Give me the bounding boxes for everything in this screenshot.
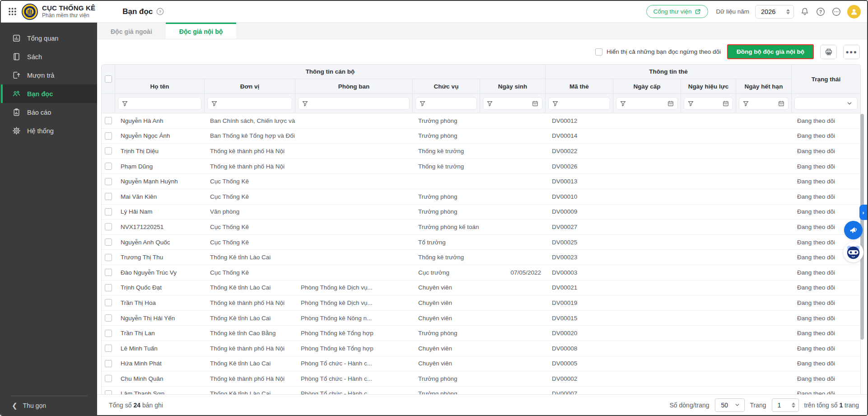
sidebar-item-tong-quan[interactable]: Tổng quan: [1, 29, 97, 47]
cell-valid: [681, 341, 736, 356]
tab-doc-gia-ngoai[interactable]: Độc giả ngoài: [97, 23, 166, 39]
filter-input-issue-date[interactable]: [616, 97, 678, 110]
filter-input-valid-date[interactable]: [684, 97, 733, 110]
row-checkbox[interactable]: [105, 223, 112, 230]
status-select[interactable]: [794, 97, 858, 110]
page-spinner[interactable]: [792, 402, 795, 408]
cell-valid: [681, 129, 736, 144]
row-checkbox[interactable]: [105, 238, 112, 246]
cell-issue: [613, 371, 681, 386]
sync-internal-readers-button[interactable]: Đồng bộ độc giả nội bộ: [727, 44, 814, 59]
row-checkbox[interactable]: [105, 269, 112, 276]
table-more-button[interactable]: ●●●: [843, 45, 860, 59]
cell-expire: [736, 205, 792, 220]
show-stopped-readers-checkbox[interactable]: Hiển thị cả những bạn đọc ngừng theo dõi: [595, 48, 721, 56]
checkbox[interactable]: [595, 48, 602, 56]
table-row: Mai Văn KiênCục Thống KêTrưởng phòngDV00…: [102, 189, 860, 205]
cell-name: Trần Thị Lan: [115, 326, 205, 341]
cell-unit: Thống kê thành phố Hà Nội: [205, 341, 295, 356]
notifications-bell-icon[interactable]: [800, 7, 810, 17]
filter-input-unit[interactable]: [207, 97, 292, 110]
cell-card: DV00005: [546, 356, 613, 371]
filter-funnel-icon: [420, 101, 425, 107]
row-checkbox[interactable]: [105, 360, 112, 367]
column-header-dob: Ngày sinh: [480, 79, 546, 94]
filter-input-name[interactable]: [118, 97, 201, 110]
app-grid-icon[interactable]: [6, 6, 18, 18]
row-checkbox[interactable]: [105, 132, 112, 140]
cell-position: Trưởng phòng: [413, 387, 480, 394]
year-spinner[interactable]: [786, 9, 790, 14]
group-header-staff-info: Thông tin cán bộ: [115, 65, 546, 79]
row-checkbox[interactable]: [105, 147, 112, 154]
row-checkbox[interactable]: [105, 284, 112, 291]
page-number-input[interactable]: 1: [772, 398, 799, 412]
filter-input-expire-date[interactable]: [739, 97, 789, 110]
panda-bot-icon: [845, 243, 862, 261]
help-icon[interactable]: ?: [816, 7, 826, 17]
filter-input-position[interactable]: [415, 97, 477, 110]
cell-valid: [681, 387, 736, 394]
cell-card: DV00013: [546, 174, 613, 189]
cell-unit: Thống Kê tỉnh Lào Cai: [205, 387, 295, 394]
page-label: Trang: [750, 402, 766, 409]
row-checkbox[interactable]: [105, 299, 112, 306]
filter-card-code: [546, 94, 613, 113]
page-help-icon[interactable]: ?: [156, 8, 164, 15]
filter-input-department[interactable]: [298, 97, 410, 110]
cell-unit: Thống Kê tỉnh Lào Cai: [205, 311, 295, 326]
sidebar-item-he-thong[interactable]: Hệ thống: [1, 122, 97, 140]
row-checkbox[interactable]: [105, 163, 112, 170]
row-checkbox[interactable]: [105, 254, 112, 261]
row-checkbox[interactable]: [105, 193, 112, 200]
filter-input-card-code[interactable]: [548, 97, 610, 110]
cell-position: Cục trưởng: [413, 265, 480, 280]
row-checkbox[interactable]: [105, 330, 112, 337]
row-checkbox[interactable]: [105, 178, 112, 185]
announcement-button[interactable]: [844, 221, 863, 239]
settings-gear-icon: [12, 126, 21, 135]
print-button[interactable]: [820, 45, 837, 59]
cell-card: DV00002: [546, 371, 613, 386]
filter-input-dob[interactable]: [483, 97, 542, 110]
sidebar-item-ban-doc[interactable]: Bạn đọc: [1, 84, 97, 103]
row-checkbox[interactable]: [105, 314, 112, 322]
row-checkbox[interactable]: [105, 208, 112, 215]
cell-dob: [480, 387, 546, 394]
page-title: Bạn đọc: [122, 7, 153, 16]
calendar-icon: [667, 100, 674, 107]
cell-valid: [681, 174, 736, 189]
panel-expand-tab[interactable]: ›: [859, 205, 867, 220]
sidebar-item-bao-cao[interactable]: Báo cáo: [1, 103, 97, 122]
cell-card: DV00007: [546, 387, 613, 394]
cell-department: [295, 144, 413, 159]
row-checkbox[interactable]: [105, 375, 112, 382]
select-all-checkbox[interactable]: [105, 75, 112, 83]
sidebar-item-muon-tra[interactable]: Mượn trả: [1, 66, 97, 84]
cell-issue: [613, 144, 681, 159]
chatbot-panda-button[interactable]: [843, 242, 863, 262]
data-year-input[interactable]: 2026: [755, 5, 794, 19]
cell-position: Chuyên viên: [413, 295, 480, 310]
filter-expire-date: [736, 94, 792, 113]
cell-position: Trưởng phòng: [413, 205, 480, 220]
tab-doc-gia-noi-bo[interactable]: Độc giả nội bộ: [166, 23, 236, 39]
rows-per-page-select[interactable]: 50: [715, 398, 745, 412]
cell-expire: [736, 295, 792, 310]
cell-issue: [613, 174, 681, 189]
sidebar-collapse-button[interactable]: ❮ Thu gọn: [1, 402, 97, 410]
calendar-icon: [723, 100, 729, 107]
row-checkbox[interactable]: [105, 390, 112, 394]
cell-name: Trần Thị Hoa: [115, 295, 205, 310]
cell-valid: [681, 356, 736, 371]
cell-department: [295, 174, 413, 189]
row-checkbox[interactable]: [105, 345, 112, 352]
library-portal-button[interactable]: Cổng thư viện: [646, 5, 709, 18]
cell-position: Trưởng phòng: [413, 371, 480, 386]
user-avatar[interactable]: [847, 5, 861, 19]
row-checkbox[interactable]: [105, 117, 112, 124]
more-options-icon[interactable]: [831, 7, 841, 17]
sidebar-item-sach[interactable]: Sách: [1, 47, 97, 66]
cell-name: Lê Minh Tuấn: [115, 341, 205, 356]
printer-icon: [825, 48, 833, 56]
